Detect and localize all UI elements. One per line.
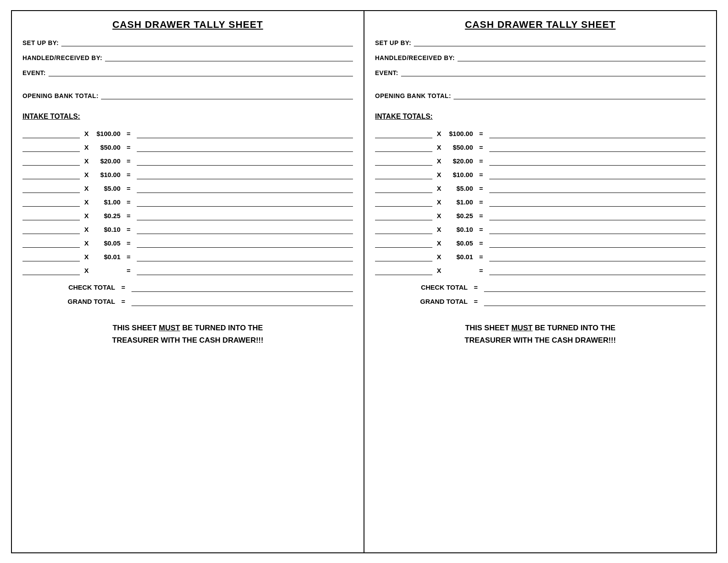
panel-right: CASH DRAWER TALLY SHEET SET UP BY: HANDL… (364, 11, 716, 552)
result-line-left-1 (137, 150, 353, 152)
footer-line1-right: THIS SHEET MUST BE TURNED INTO THE (375, 322, 705, 335)
x-label-right-9: X (437, 253, 441, 261)
amount-right-10 (446, 274, 473, 275)
eq-left-2: = (127, 157, 131, 166)
footer-text-right-1b: BE TURNED INTO THE (533, 324, 615, 332)
opening-bank-label-right: OPENING BANK TOTAL: (375, 92, 451, 99)
event-label-left: EVENT: (23, 69, 46, 76)
qty-line-left-10 (23, 273, 80, 275)
result-line-right-0 (489, 136, 705, 138)
result-line-left-5 (137, 205, 353, 207)
amount-right-7: $0.10 (446, 226, 473, 234)
x-label-left-1: X (84, 144, 89, 152)
x-label-right-4: X (437, 185, 441, 193)
eq-left-8: = (127, 239, 131, 248)
amount-right-5: $1.00 (446, 198, 473, 207)
footer-line2-right: TREASURER WITH THE CASH DRAWER!!! (375, 334, 705, 347)
event-line-right (401, 75, 705, 76)
intake-row-right-0: X $100.00 = (375, 126, 705, 138)
set-up-by-label-left: SET UP BY: (23, 39, 59, 46)
eq-right-7: = (479, 226, 483, 234)
handled-by-row-right: HANDLED/RECEIVED BY: (375, 54, 705, 61)
intake-row-left-8: X $0.05 = (23, 235, 353, 248)
x-label-left-9: X (84, 253, 89, 261)
eq-left-1: = (127, 144, 131, 152)
x-label-right-7: X (437, 226, 441, 234)
grand-total-eq-left: = (121, 298, 125, 306)
qty-line-left-0 (23, 136, 80, 138)
intake-row-left-0: X $100.00 = (23, 126, 353, 138)
opening-bank-row-left: OPENING BANK TOTAL: (23, 92, 353, 99)
grand-total-line-right (484, 304, 705, 306)
amount-left-0: $100.00 (93, 130, 120, 138)
qty-line-right-2 (375, 164, 432, 166)
intake-row-left-7: X $0.10 = (23, 222, 353, 234)
event-row-left: EVENT: (23, 69, 353, 76)
intake-row-left-10: X = (23, 263, 353, 275)
result-line-right-7 (489, 232, 705, 234)
footer-must-left: MUST (159, 324, 180, 332)
check-total-label-right: CHECK TOTAL (375, 283, 468, 292)
eq-right-3: = (479, 171, 483, 179)
footer-text-right-1: THIS SHEET (465, 324, 511, 332)
qty-line-left-3 (23, 178, 80, 179)
result-line-left-10 (137, 273, 353, 275)
amount-right-0: $100.00 (446, 130, 473, 138)
intake-row-left-4: X $5.00 = (23, 181, 353, 193)
qty-line-right-0 (375, 136, 432, 138)
intake-row-right-8: X $0.05 = (375, 235, 705, 248)
result-line-left-3 (137, 178, 353, 179)
qty-line-right-5 (375, 205, 432, 207)
intake-row-left-6: X $0.25 = (23, 208, 353, 220)
opening-bank-label-left: OPENING BANK TOTAL: (23, 92, 98, 99)
x-label-left-2: X (84, 157, 89, 166)
check-total-eq-left: = (121, 283, 125, 292)
qty-line-right-7 (375, 232, 432, 234)
grand-total-row-right: GRAND TOTAL = (375, 294, 705, 306)
amount-left-6: $0.25 (93, 212, 120, 220)
amount-left-10 (93, 274, 120, 275)
qty-line-right-1 (375, 150, 432, 152)
result-line-left-8 (137, 246, 353, 248)
qty-line-left-8 (23, 246, 80, 248)
amount-right-9: $0.01 (446, 253, 473, 261)
set-up-by-line-left (61, 45, 353, 46)
result-line-left-9 (137, 260, 353, 261)
eq-right-2: = (479, 157, 483, 166)
qty-line-right-10 (375, 273, 432, 275)
grand-total-row-left: GRAND TOTAL = (23, 294, 353, 306)
intake-row-right-6: X $0.25 = (375, 208, 705, 220)
x-label-left-6: X (84, 212, 89, 220)
qty-line-right-8 (375, 246, 432, 248)
x-label-right-0: X (437, 130, 441, 138)
intake-row-left-2: X $20.00 = (23, 153, 353, 166)
left-title: CASH DRAWER TALLY SHEET (23, 19, 353, 30)
check-total-row-left: CHECK TOTAL = (23, 280, 353, 292)
result-line-right-5 (489, 205, 705, 207)
x-label-left-10: X (84, 267, 89, 275)
handled-by-row-left: HANDLED/RECEIVED BY: (23, 54, 353, 61)
footer-left: THIS SHEET MUST BE TURNED INTO THE TREAS… (23, 322, 353, 348)
event-row-right: EVENT: (375, 69, 705, 76)
intake-header-right: INTAKE TOTALS: (375, 113, 705, 121)
amount-left-5: $1.00 (93, 198, 120, 207)
footer-text-left-1b: BE TURNED INTO THE (180, 324, 263, 332)
x-label-right-10: X (437, 267, 441, 275)
result-line-left-2 (137, 164, 353, 166)
intake-row-left-5: X $1.00 = (23, 194, 353, 207)
x-label-left-3: X (84, 171, 89, 179)
set-up-by-row-left: SET UP BY: (23, 39, 353, 46)
grand-total-label-left: GRAND TOTAL (23, 298, 115, 306)
opening-bank-line-right (454, 98, 705, 99)
x-label-right-5: X (437, 198, 441, 207)
x-label-left-8: X (84, 239, 89, 248)
handled-by-line-right (458, 60, 705, 61)
result-line-right-4 (489, 191, 705, 193)
qty-line-left-4 (23, 191, 80, 193)
set-up-by-line-right (414, 45, 705, 46)
qty-line-left-5 (23, 205, 80, 207)
result-line-right-2 (489, 164, 705, 166)
eq-left-4: = (127, 185, 131, 193)
x-label-right-1: X (437, 144, 441, 152)
intake-row-left-1: X $50.00 = (23, 140, 353, 152)
